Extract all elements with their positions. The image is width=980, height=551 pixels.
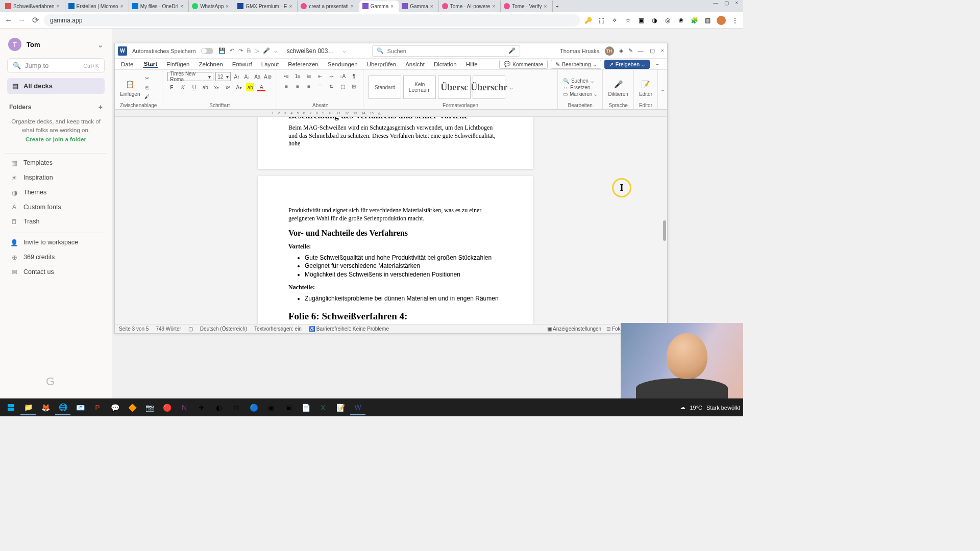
tab-ansicht[interactable]: Ansicht [404, 61, 426, 67]
start-button[interactable] [3, 400, 18, 415]
freigeben-button[interactable]: ↗ Freigeben ⌵ [604, 60, 650, 69]
app-icon[interactable]: ◉ [263, 400, 279, 415]
align-right-icon[interactable]: ≡ [305, 82, 313, 90]
ext-icon[interactable]: ❀ [677, 16, 685, 24]
qat-icon[interactable]: ⎘ [247, 47, 251, 54]
chrome-icon[interactable]: 🌐 [55, 400, 70, 415]
tab-dictation[interactable]: Dictation [433, 61, 458, 67]
language-indicator[interactable]: Deutsch (Österreich) [200, 326, 247, 332]
cut-icon[interactable]: ✂ [143, 74, 151, 82]
justify-icon[interactable]: ≣ [316, 82, 324, 90]
explorer-icon[interactable]: 📁 [20, 400, 36, 415]
close-icon[interactable]: × [226, 4, 231, 9]
close-icon[interactable]: × [492, 4, 497, 9]
sidebar-invite[interactable]: 👤Invite to workspace [5, 235, 107, 250]
word-icon[interactable]: W [350, 400, 365, 415]
sidebar-trash[interactable]: 🗑Trash [5, 214, 107, 229]
style-heading1[interactable]: Übersc [438, 76, 471, 99]
tab-7[interactable]: Gamma× [399, 1, 439, 12]
back-button[interactable]: ← [4, 16, 13, 25]
close-icon[interactable]: × [390, 4, 396, 9]
ersetzen-button[interactable]: ↔ Ersetzen [563, 85, 597, 90]
window-close-icon[interactable]: × [735, 0, 738, 6]
tab-2[interactable]: My files - OneDri× [129, 1, 189, 12]
title-icon[interactable]: ◈ [619, 47, 623, 54]
close-icon[interactable]: × [120, 4, 126, 9]
bullets-icon[interactable]: •≡ [282, 72, 290, 80]
vlc-icon[interactable]: 🔶 [125, 400, 140, 415]
outlook-icon[interactable]: 📧 [72, 400, 88, 415]
app-icon[interactable]: 📷 [142, 400, 157, 415]
close-icon[interactable]: × [57, 4, 62, 9]
redo-icon[interactable]: ↷ [238, 47, 243, 54]
tab-sendungen[interactable]: Sendungen [327, 61, 359, 67]
copy-icon[interactable]: ⎘ [143, 83, 151, 91]
markieren-button[interactable]: ▭ Markieren ⌵ [563, 91, 597, 97]
strike-button[interactable]: ab [201, 83, 209, 91]
onenote-icon[interactable]: N [177, 400, 192, 415]
tab-4[interactable]: GMX Premium - E× [234, 1, 298, 12]
editor-button[interactable]: 📝Editor [639, 78, 652, 97]
paste-button[interactable]: 📋Einfügen [120, 78, 140, 97]
url-input[interactable]: gamma.app [44, 14, 580, 27]
app-icon[interactable]: ▣ [281, 400, 296, 415]
qat-icon[interactable]: ▷ [255, 47, 259, 54]
align-left-icon[interactable]: ≡ [282, 82, 290, 90]
style-kein-leerraum[interactable]: Kein Leerraum [403, 76, 436, 99]
prediction-indicator[interactable]: Textvorhersagen: ein [254, 326, 302, 332]
tab-1[interactable]: Erstellen | Microso× [65, 1, 129, 12]
tab-8[interactable]: Tome - AI-powere× [439, 1, 501, 12]
add-folder-button[interactable]: + [99, 103, 103, 111]
shrink-font-icon[interactable]: A↓ [243, 72, 251, 81]
weather-icon[interactable]: ☁ [680, 404, 685, 411]
app-icon[interactable]: 📄 [298, 400, 313, 415]
tab-3[interactable]: WhatsApp× [189, 1, 234, 12]
close-icon[interactable]: × [289, 4, 294, 9]
subscript-button[interactable]: x₂ [212, 83, 220, 91]
tab-6[interactable]: Gamma× [359, 1, 399, 12]
menu-icon[interactable]: ⋮ [731, 16, 739, 24]
document-name[interactable]: schweißen 003… [283, 47, 338, 55]
highlight-icon[interactable]: ab [246, 83, 254, 91]
notepad-icon[interactable]: 📝 [333, 400, 348, 415]
forward-button[interactable]: → [17, 16, 27, 25]
tab-entwurf[interactable]: Entwurf [231, 61, 253, 67]
ext-icon[interactable]: ◎ [664, 16, 672, 24]
horizontal-ruler[interactable]: · · 1 · · 2 · · 3 · · 4 · · 5 · · 6 · · … [115, 110, 667, 117]
text-effects-icon[interactable]: A▾ [235, 83, 243, 91]
change-case-icon[interactable]: Aa [253, 72, 261, 81]
qat-icon[interactable]: 🎤 [263, 47, 270, 54]
minimize-icon[interactable]: — [638, 47, 644, 54]
app-icon[interactable]: ⊙ [229, 400, 244, 415]
ext-icon[interactable]: ▥ [703, 16, 712, 24]
close-icon[interactable]: × [430, 4, 435, 9]
close-icon[interactable]: × [661, 47, 664, 54]
tab-5[interactable]: creat a presentati× [298, 1, 359, 12]
underline-button[interactable]: U [190, 83, 198, 91]
sidebar-custom-fonts[interactable]: ACustom fonts [5, 200, 107, 214]
autosave-toggle[interactable] [201, 48, 213, 54]
tab-9[interactable]: Tome - Verify× [501, 1, 552, 12]
sidebar-contact[interactable]: ✉Contact us [5, 265, 107, 280]
undo-icon[interactable]: ↶ [230, 47, 234, 54]
jump-to-input[interactable]: 🔍Jump to Ctrl+K [7, 58, 105, 73]
new-tab-button[interactable]: + [553, 1, 565, 12]
firefox-icon[interactable]: 🦊 [38, 400, 53, 415]
page-indicator[interactable]: Seite 3 von 5 [119, 326, 149, 332]
profile-avatar[interactable] [717, 16, 726, 25]
app-icon[interactable]: ◐ [211, 400, 227, 415]
document-page[interactable]: Beschreibung des Verfahrens und seiner V… [258, 117, 533, 169]
bold-button[interactable]: F [167, 83, 176, 91]
powerpoint-icon[interactable]: P [90, 400, 105, 415]
create-folder-link[interactable]: Create or join a folder [26, 136, 86, 142]
styles-more-icon[interactable]: ⌵ [507, 83, 516, 91]
kommentare-button[interactable]: 💬 Kommentare [499, 60, 548, 69]
tab-layout[interactable]: Layout [260, 61, 280, 67]
close-icon[interactable]: × [544, 4, 549, 9]
display-settings[interactable]: ▣ Anzeigeeinstellungen [547, 326, 601, 332]
borders-icon[interactable]: ⊞ [350, 82, 358, 90]
app-icon[interactable]: 💬 [107, 400, 122, 415]
app-icon[interactable]: 🔴 [159, 400, 175, 415]
ext-icon[interactable]: ✧ [610, 16, 619, 24]
shading-icon[interactable]: ▢ [338, 82, 347, 90]
